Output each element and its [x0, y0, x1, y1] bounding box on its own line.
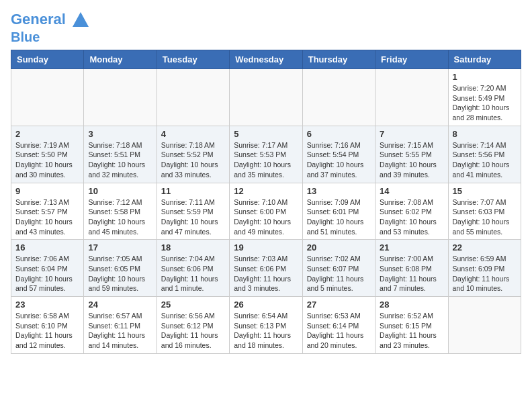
- day-info: Sunrise: 6:57 AM Sunset: 6:11 PM Dayligh…: [88, 311, 152, 351]
- calendar-cell: [11, 69, 84, 126]
- day-number: 20: [307, 242, 371, 253]
- calendar-week-row: 23Sunrise: 6:58 AM Sunset: 6:10 PM Dayli…: [11, 297, 521, 354]
- calendar-cell: 18Sunrise: 7:04 AM Sunset: 6:06 PM Dayli…: [157, 240, 229, 297]
- day-info: Sunrise: 7:05 AM Sunset: 6:05 PM Dayligh…: [88, 254, 152, 293]
- calendar-cell: 7Sunrise: 7:15 AM Sunset: 5:55 PM Daylig…: [375, 126, 448, 183]
- calendar-cell: 14Sunrise: 7:08 AM Sunset: 6:02 PM Dayli…: [375, 183, 448, 240]
- calendar-cell: 5Sunrise: 7:17 AM Sunset: 5:53 PM Daylig…: [230, 126, 302, 183]
- day-info: Sunrise: 7:18 AM Sunset: 5:51 PM Dayligh…: [88, 140, 152, 180]
- day-number: 6: [307, 129, 371, 139]
- day-info: Sunrise: 6:54 AM Sunset: 6:13 PM Dayligh…: [234, 311, 298, 351]
- weekday-header: Friday: [375, 50, 448, 69]
- day-number: 18: [161, 242, 225, 253]
- day-info: Sunrise: 7:19 AM Sunset: 5:50 PM Dayligh…: [15, 140, 79, 180]
- weekday-header: Monday: [84, 50, 157, 69]
- day-info: Sunrise: 7:17 AM Sunset: 5:53 PM Dayligh…: [234, 140, 298, 180]
- calendar-cell: 17Sunrise: 7:05 AM Sunset: 6:05 PM Dayli…: [84, 240, 157, 297]
- day-info: Sunrise: 7:09 AM Sunset: 6:01 PM Dayligh…: [307, 197, 371, 237]
- calendar-table: SundayMondayTuesdayWednesdayThursdayFrid…: [11, 50, 521, 354]
- day-number: 26: [234, 300, 298, 310]
- day-info: Sunrise: 7:08 AM Sunset: 6:02 PM Dayligh…: [380, 197, 443, 237]
- day-info: Sunrise: 7:00 AM Sunset: 6:08 PM Dayligh…: [380, 254, 443, 293]
- day-info: Sunrise: 6:58 AM Sunset: 6:10 PM Dayligh…: [15, 311, 79, 351]
- weekday-header-row: SundayMondayTuesdayWednesdayThursdayFrid…: [11, 50, 521, 69]
- calendar-cell: [157, 69, 229, 126]
- day-info: Sunrise: 7:04 AM Sunset: 6:06 PM Dayligh…: [161, 254, 225, 293]
- day-number: 25: [161, 300, 225, 310]
- calendar-cell: 8Sunrise: 7:14 AM Sunset: 5:56 PM Daylig…: [448, 126, 521, 183]
- weekday-header: Tuesday: [157, 50, 229, 69]
- day-info: Sunrise: 7:13 AM Sunset: 5:57 PM Dayligh…: [15, 197, 79, 237]
- calendar-cell: 6Sunrise: 7:16 AM Sunset: 5:54 PM Daylig…: [302, 126, 375, 183]
- day-number: 16: [15, 242, 79, 253]
- calendar-cell: [230, 69, 302, 126]
- day-info: Sunrise: 7:16 AM Sunset: 5:54 PM Dayligh…: [307, 140, 371, 180]
- calendar-cell: 13Sunrise: 7:09 AM Sunset: 6:01 PM Dayli…: [302, 183, 375, 240]
- day-number: 4: [161, 129, 225, 139]
- calendar-cell: 22Sunrise: 6:59 AM Sunset: 6:09 PM Dayli…: [448, 240, 521, 297]
- day-number: 19: [234, 242, 298, 253]
- day-number: 21: [380, 242, 443, 253]
- calendar-cell: 16Sunrise: 7:06 AM Sunset: 6:04 PM Dayli…: [11, 240, 84, 297]
- calendar-cell: 10Sunrise: 7:12 AM Sunset: 5:58 PM Dayli…: [84, 183, 157, 240]
- calendar-cell: 9Sunrise: 7:13 AM Sunset: 5:57 PM Daylig…: [11, 183, 84, 240]
- calendar-week-row: 1Sunrise: 7:20 AM Sunset: 5:49 PM Daylig…: [11, 69, 521, 126]
- day-info: Sunrise: 7:06 AM Sunset: 6:04 PM Dayligh…: [15, 254, 79, 293]
- day-number: 8: [453, 129, 517, 139]
- day-info: Sunrise: 7:02 AM Sunset: 6:07 PM Dayligh…: [307, 254, 371, 293]
- day-number: 22: [453, 242, 517, 253]
- weekday-header: Sunday: [11, 50, 84, 69]
- day-info: Sunrise: 6:53 AM Sunset: 6:14 PM Dayligh…: [307, 311, 371, 351]
- calendar-cell: 3Sunrise: 7:18 AM Sunset: 5:51 PM Daylig…: [84, 126, 157, 183]
- calendar-cell: 19Sunrise: 7:03 AM Sunset: 6:06 PM Dayli…: [230, 240, 302, 297]
- day-info: Sunrise: 6:59 AM Sunset: 6:09 PM Dayligh…: [453, 254, 517, 293]
- calendar-cell: 4Sunrise: 7:18 AM Sunset: 5:52 PM Daylig…: [157, 126, 229, 183]
- day-info: Sunrise: 7:10 AM Sunset: 6:00 PM Dayligh…: [234, 197, 298, 237]
- weekday-header: Wednesday: [230, 50, 302, 69]
- calendar-cell: [302, 69, 375, 126]
- day-number: 5: [234, 129, 298, 139]
- day-number: 23: [15, 300, 79, 310]
- day-info: Sunrise: 7:18 AM Sunset: 5:52 PM Dayligh…: [161, 140, 225, 180]
- calendar-cell: 21Sunrise: 7:00 AM Sunset: 6:08 PM Dayli…: [375, 240, 448, 297]
- day-number: 27: [307, 300, 371, 310]
- calendar-cell: 25Sunrise: 6:56 AM Sunset: 6:12 PM Dayli…: [157, 297, 229, 354]
- day-number: 13: [307, 186, 371, 196]
- calendar-cell: 26Sunrise: 6:54 AM Sunset: 6:13 PM Dayli…: [230, 297, 302, 354]
- calendar-cell: 24Sunrise: 6:57 AM Sunset: 6:11 PM Dayli…: [84, 297, 157, 354]
- day-info: Sunrise: 7:15 AM Sunset: 5:55 PM Dayligh…: [380, 140, 443, 180]
- day-number: 24: [88, 300, 152, 310]
- calendar-week-row: 9Sunrise: 7:13 AM Sunset: 5:57 PM Daylig…: [11, 183, 521, 240]
- weekday-header: Thursday: [302, 50, 375, 69]
- day-info: Sunrise: 7:14 AM Sunset: 5:56 PM Dayligh…: [453, 140, 517, 180]
- day-number: 2: [15, 129, 79, 139]
- page-header: General Blue: [11, 11, 521, 44]
- day-number: 14: [380, 186, 443, 196]
- calendar-week-row: 2Sunrise: 7:19 AM Sunset: 5:50 PM Daylig…: [11, 126, 521, 183]
- logo-text: General: [11, 11, 90, 30]
- day-info: Sunrise: 7:20 AM Sunset: 5:49 PM Dayligh…: [453, 83, 517, 123]
- calendar-cell: 28Sunrise: 6:52 AM Sunset: 6:15 PM Dayli…: [375, 297, 448, 354]
- weekday-header: Saturday: [448, 50, 521, 69]
- calendar-week-row: 16Sunrise: 7:06 AM Sunset: 6:04 PM Dayli…: [11, 240, 521, 297]
- day-info: Sunrise: 7:03 AM Sunset: 6:06 PM Dayligh…: [234, 254, 298, 293]
- day-info: Sunrise: 7:11 AM Sunset: 5:59 PM Dayligh…: [161, 197, 225, 237]
- calendar-cell: [448, 297, 521, 354]
- day-number: 10: [88, 186, 152, 196]
- calendar-cell: 11Sunrise: 7:11 AM Sunset: 5:59 PM Dayli…: [157, 183, 229, 240]
- calendar-cell: 15Sunrise: 7:07 AM Sunset: 6:03 PM Dayli…: [448, 183, 521, 240]
- calendar-cell: 2Sunrise: 7:19 AM Sunset: 5:50 PM Daylig…: [11, 126, 84, 183]
- day-info: Sunrise: 7:07 AM Sunset: 6:03 PM Dayligh…: [453, 197, 517, 237]
- calendar-cell: 1Sunrise: 7:20 AM Sunset: 5:49 PM Daylig…: [448, 69, 521, 126]
- calendar-cell: 27Sunrise: 6:53 AM Sunset: 6:14 PM Dayli…: [302, 297, 375, 354]
- day-info: Sunrise: 7:12 AM Sunset: 5:58 PM Dayligh…: [88, 197, 152, 237]
- day-number: 9: [15, 186, 79, 196]
- day-number: 3: [88, 129, 152, 139]
- day-info: Sunrise: 6:52 AM Sunset: 6:15 PM Dayligh…: [380, 311, 443, 351]
- logo: General Blue: [11, 11, 90, 44]
- calendar-cell: [375, 69, 448, 126]
- svg-marker-0: [73, 12, 89, 27]
- day-number: 11: [161, 186, 225, 196]
- day-number: 15: [453, 186, 517, 196]
- logo-text2: Blue: [11, 30, 90, 44]
